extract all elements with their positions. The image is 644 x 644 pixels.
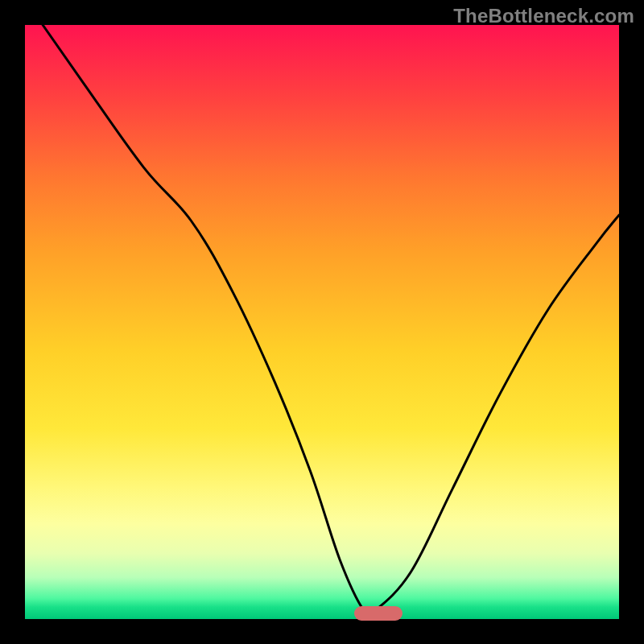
optimal-marker [354, 606, 402, 621]
plot-area [25, 25, 619, 619]
watermark-text: TheBottleneck.com [453, 5, 634, 27]
chart-container: TheBottleneck.com [0, 0, 644, 644]
bottleneck-curve [25, 25, 619, 619]
